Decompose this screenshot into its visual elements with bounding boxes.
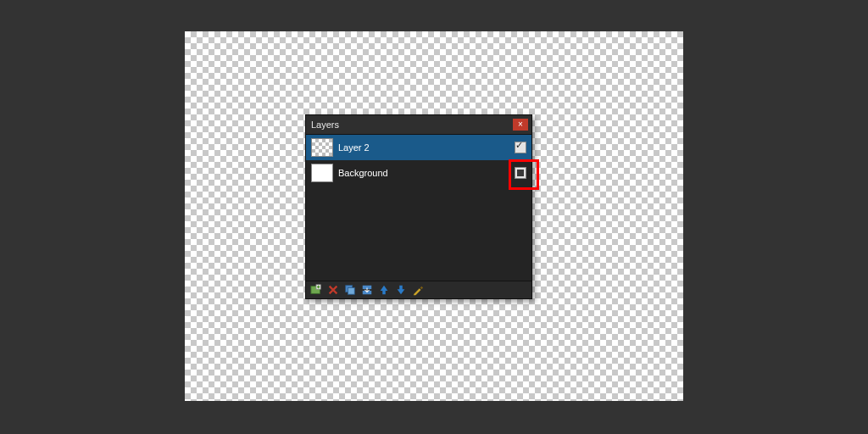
add-layer-icon[interactable] bbox=[309, 283, 323, 297]
visibility-checkbox[interactable] bbox=[515, 167, 526, 179]
svg-rect-3 bbox=[348, 287, 354, 294]
visibility-checkbox[interactable] bbox=[515, 142, 526, 153]
move-up-icon[interactable] bbox=[377, 283, 391, 297]
layer-row[interactable]: Background bbox=[306, 160, 531, 186]
layer-thumbnail bbox=[311, 138, 333, 157]
merge-down-icon[interactable] bbox=[360, 283, 374, 297]
close-icon[interactable]: × bbox=[513, 119, 528, 131]
layer-row[interactable]: Layer 2 bbox=[306, 135, 531, 160]
layer-name-label: Layer 2 bbox=[338, 142, 509, 153]
layers-panel-title: Layers bbox=[309, 120, 513, 130]
layer-list: Layer 2 Background bbox=[306, 135, 531, 281]
layers-panel: Layers × Layer 2 Background bbox=[305, 114, 532, 299]
delete-layer-icon[interactable] bbox=[326, 283, 340, 297]
properties-icon[interactable] bbox=[411, 283, 425, 297]
layers-toolbar bbox=[306, 281, 531, 298]
layer-name-label: Background bbox=[338, 168, 509, 178]
move-down-icon[interactable] bbox=[394, 283, 408, 297]
layer-thumbnail bbox=[311, 164, 333, 182]
duplicate-layer-icon[interactable] bbox=[343, 283, 357, 297]
layers-panel-titlebar[interactable]: Layers × bbox=[306, 115, 531, 135]
